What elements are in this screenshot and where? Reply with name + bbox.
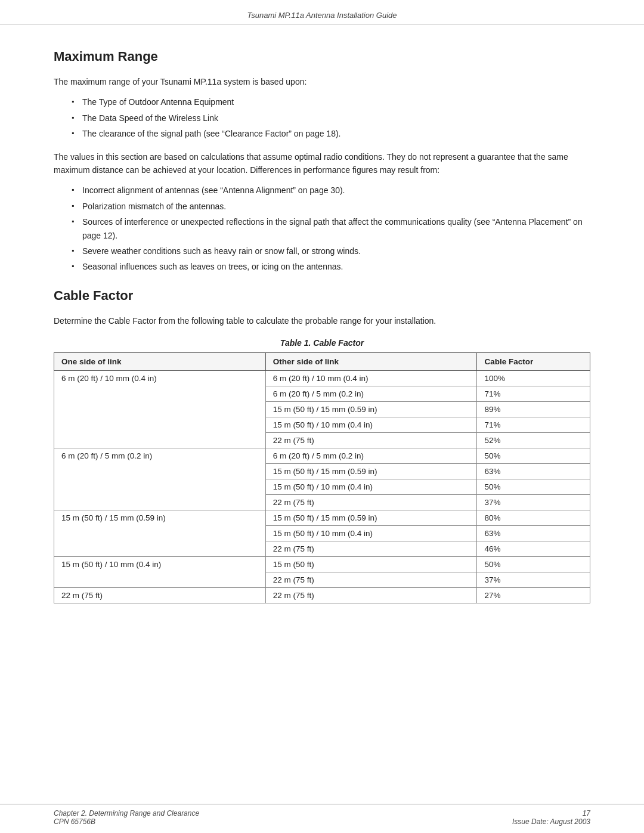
- other-side-cell: 15 m (50 ft) / 15 mm (0.59 in): [265, 402, 477, 417]
- list-item: The clearance of the signal path (see “C…: [72, 127, 590, 140]
- other-side-cell: 15 m (50 ft) / 10 mm (0.4 in): [265, 479, 477, 495]
- cable-factor-cell: 37%: [477, 495, 590, 510]
- cable-factor-cell: 52%: [477, 433, 590, 448]
- one-side-cell: 15 m (50 ft) / 10 mm (0.4 in): [54, 557, 266, 588]
- footer-cpn: CPN 65756B: [54, 817, 199, 826]
- cable-factor-cell: 63%: [477, 464, 590, 479]
- table-row: 15 m (50 ft) / 15 mm (0.59 in)15 m (50 f…: [54, 510, 590, 526]
- table-row: 6 m (20 ft) / 5 mm (0.2 in)6 m (20 ft) /…: [54, 448, 590, 464]
- page: Tsunami MP.11a Antenna Installation Guid…: [0, 0, 644, 833]
- other-side-cell: 15 m (50 ft) / 15 mm (0.59 in): [265, 510, 477, 526]
- cable-factor-cell: 50%: [477, 448, 590, 464]
- table-title: Table 1. Cable Factor: [54, 338, 590, 348]
- table-row: 15 m (50 ft) / 10 mm (0.4 in)15 m (50 ft…: [54, 557, 590, 572]
- main-content: Maximum Range The maximum range of your …: [0, 25, 644, 804]
- cable-factor-cell: 63%: [477, 526, 590, 541]
- list-item: Polarization mismatch of the antennas.: [72, 200, 590, 213]
- other-side-cell: 22 m (75 ft): [265, 541, 477, 557]
- cable-factor-cell: 50%: [477, 479, 590, 495]
- table-row: 6 m (20 ft) / 10 mm (0.4 in)6 m (20 ft) …: [54, 371, 590, 386]
- cable-factor-cell: 80%: [477, 510, 590, 526]
- cable-factor-intro: Determine the Cable Factor from the foll…: [54, 314, 590, 327]
- cable-factor-cell: 27%: [477, 588, 590, 603]
- other-side-cell: 22 m (75 ft): [265, 433, 477, 448]
- list-item: Incorrect alignment of antennas (see “An…: [72, 184, 590, 197]
- list-item: Seasonal influences such as leaves on tr…: [72, 260, 590, 273]
- other-side-cell: 15 m (50 ft): [265, 557, 477, 572]
- other-side-cell: 22 m (75 ft): [265, 572, 477, 588]
- header-title: Tsunami MP.11a Antenna Installation Guid…: [247, 11, 397, 20]
- page-footer: Chapter 2. Determining Range and Clearan…: [0, 804, 644, 833]
- max-range-body: The values in this section are based on …: [54, 150, 590, 177]
- cable-factor-cell: 71%: [477, 386, 590, 402]
- one-side-cell: 15 m (50 ft) / 15 mm (0.59 in): [54, 510, 266, 557]
- cable-factor-cell: 100%: [477, 371, 590, 386]
- other-side-cell: 6 m (20 ft) / 10 mm (0.4 in): [265, 371, 477, 386]
- table-header-row: One side of link Other side of link Cabl…: [54, 353, 590, 371]
- cable-factor-title: Cable Factor: [54, 288, 590, 304]
- col-header-cable-factor: Cable Factor: [477, 353, 590, 371]
- cable-factor-cell: 50%: [477, 557, 590, 572]
- footer-right: 17 Issue Date: August 2003: [512, 809, 590, 826]
- other-side-cell: 15 m (50 ft) / 10 mm (0.4 in): [265, 417, 477, 433]
- other-side-cell: 22 m (75 ft): [265, 495, 477, 510]
- footer-left: Chapter 2. Determining Range and Clearan…: [54, 809, 199, 826]
- other-side-cell: 6 m (20 ft) / 5 mm (0.2 in): [265, 386, 477, 402]
- table-row: 22 m (75 ft)22 m (75 ft)27%: [54, 588, 590, 603]
- cable-factor-cell: 89%: [477, 402, 590, 417]
- list-item: The Type of Outdoor Antenna Equipment: [72, 95, 590, 109]
- max-range-bullets2: Incorrect alignment of antennas (see “An…: [72, 184, 590, 273]
- one-side-cell: 22 m (75 ft): [54, 588, 266, 603]
- max-range-intro: The maximum range of your Tsunami MP.11a…: [54, 75, 590, 88]
- one-side-cell: 6 m (20 ft) / 10 mm (0.4 in): [54, 371, 266, 448]
- cable-factor-table: One side of link Other side of link Cabl…: [54, 352, 590, 603]
- footer-issue: Issue Date: August 2003: [512, 817, 590, 826]
- cable-factor-cell: 46%: [477, 541, 590, 557]
- cable-factor-cell: 71%: [477, 417, 590, 433]
- footer-page: 17: [583, 809, 590, 817]
- other-side-cell: 15 m (50 ft) / 10 mm (0.4 in): [265, 526, 477, 541]
- list-item: Sources of interference or unexpected re…: [72, 215, 590, 242]
- page-header: Tsunami MP.11a Antenna Installation Guid…: [0, 0, 644, 25]
- maximum-range-title: Maximum Range: [54, 49, 590, 64]
- col-header-one-side: One side of link: [54, 353, 266, 371]
- list-item: The Data Speed of the Wireless Link: [72, 112, 590, 125]
- list-item: Severe weather conditions such as heavy …: [72, 244, 590, 258]
- one-side-cell: 6 m (20 ft) / 5 mm (0.2 in): [54, 448, 266, 510]
- other-side-cell: 15 m (50 ft) / 15 mm (0.59 in): [265, 464, 477, 479]
- max-range-bullets1: The Type of Outdoor Antenna Equipment Th…: [72, 95, 590, 140]
- cable-factor-cell: 37%: [477, 572, 590, 588]
- col-header-other-side: Other side of link: [265, 353, 477, 371]
- footer-chapter: Chapter 2. Determining Range and Clearan…: [54, 809, 199, 817]
- other-side-cell: 6 m (20 ft) / 5 mm (0.2 in): [265, 448, 477, 464]
- other-side-cell: 22 m (75 ft): [265, 588, 477, 603]
